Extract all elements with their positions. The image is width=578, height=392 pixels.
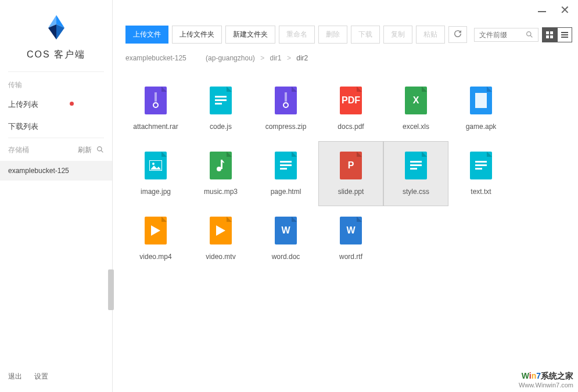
toolbar: 上传文件 上传文件夹 新建文件夹 重命名 删除 下载 复制 粘贴 — [113, 0, 578, 44]
search-input[interactable] — [479, 31, 526, 39]
file-name-label: word.doc — [272, 253, 300, 261]
file-type-icon: W — [340, 217, 362, 244]
svg-rect-29 — [280, 168, 287, 170]
storage-section-label: 存储桶 — [8, 145, 29, 155]
close-button[interactable]: ✕ — [560, 6, 570, 14]
file-name-label: word.rtf — [339, 253, 362, 261]
file-name-label: music.mp3 — [204, 188, 238, 196]
file-item[interactable]: page.html — [253, 141, 318, 206]
breadcrumb-separator: > — [287, 54, 291, 62]
file-type-icon — [210, 217, 232, 244]
refresh-link[interactable]: 刷新 — [78, 145, 92, 155]
paste-button[interactable]: 粘贴 — [416, 26, 445, 44]
exit-link[interactable]: 退出 — [8, 372, 22, 380]
svg-rect-34 — [475, 164, 487, 166]
file-type-icon — [145, 87, 167, 114]
upload-file-button[interactable]: 上传文件 — [125, 26, 168, 44]
new-folder-button[interactable]: 新建文件夹 — [225, 26, 275, 44]
file-type-icon — [210, 152, 232, 179]
breadcrumb-bucket[interactable]: examplebucket-125 (ap-guangzhou) — [125, 54, 255, 62]
sidebar-item-label: 下载列表 — [8, 122, 38, 131]
svg-rect-14 — [561, 37, 568, 38]
file-item[interactable]: image.jpg — [123, 141, 188, 206]
minimize-button[interactable] — [538, 8, 546, 12]
app-logo-icon — [42, 14, 70, 42]
refresh-button[interactable] — [448, 26, 467, 43]
file-item[interactable]: Pslide.ppt — [318, 141, 383, 206]
svg-rect-11 — [550, 35, 553, 38]
file-item[interactable]: Wword.doc — [253, 206, 318, 271]
file-item[interactable]: attachment.rar — [123, 76, 188, 141]
search-icon — [526, 31, 533, 38]
search-box[interactable] — [474, 28, 538, 42]
file-type-icon: PDF — [340, 87, 362, 114]
file-item[interactable]: PDFdocs.pdf — [318, 76, 383, 141]
file-type-icon — [405, 152, 427, 179]
file-name-label: style.css — [403, 188, 429, 196]
file-type-icon: W — [275, 217, 297, 244]
list-view-button[interactable] — [557, 27, 572, 42]
file-type-icon — [275, 152, 297, 179]
file-item[interactable]: Xexcel.xls — [383, 76, 448, 141]
bucket-item[interactable]: examplebucket-125 — [0, 161, 112, 181]
file-item[interactable]: Wword.rtf — [318, 206, 383, 271]
svg-rect-27 — [280, 161, 292, 163]
list-icon — [561, 31, 568, 38]
svg-point-21 — [283, 103, 288, 107]
delete-button[interactable]: 删除 — [318, 26, 347, 44]
copy-button[interactable]: 复制 — [383, 26, 412, 44]
breadcrumb-segment[interactable]: dir1 — [270, 54, 282, 62]
svg-rect-13 — [561, 34, 568, 35]
svg-rect-35 — [475, 168, 482, 170]
file-item[interactable]: style.css — [383, 141, 448, 206]
svg-rect-31 — [410, 164, 422, 166]
svg-rect-19 — [215, 103, 222, 105]
grid-view-button[interactable] — [542, 27, 557, 42]
file-name-label: excel.xls — [403, 123, 429, 131]
file-item[interactable]: video.mtv — [188, 206, 253, 271]
settings-link[interactable]: 设置 — [34, 372, 48, 380]
svg-point-25 — [217, 167, 221, 171]
search-icon[interactable] — [96, 146, 104, 155]
svg-line-7 — [530, 35, 532, 37]
file-name-label: docs.pdf — [338, 123, 364, 131]
file-item[interactable]: compress.zip — [253, 76, 318, 141]
svg-rect-30 — [410, 161, 422, 163]
file-name-label: video.mtv — [206, 253, 235, 261]
grid-icon — [546, 31, 553, 38]
upload-folder-button[interactable]: 上传文件夹 — [172, 26, 222, 44]
main-panel: ✕ 上传文件 上传文件夹 新建文件夹 重命名 删除 下载 复制 粘贴 examp… — [113, 0, 578, 392]
logo-area: COS 客户端 — [0, 0, 112, 71]
svg-rect-8 — [546, 31, 549, 34]
sidebar-footer: 退出 设置 — [0, 361, 112, 392]
file-item[interactable]: text.txt — [448, 141, 514, 206]
svg-point-16 — [153, 103, 158, 107]
storage-section-header: 存储桶 刷新 — [0, 138, 112, 161]
svg-point-6 — [527, 32, 531, 36]
file-item[interactable]: video.mp4 — [123, 206, 188, 271]
view-toggle — [542, 27, 572, 42]
download-button[interactable]: 下载 — [351, 26, 380, 44]
sidebar-item-upload-list[interactable]: 上传列表 — [0, 93, 112, 116]
rename-button[interactable]: 重命名 — [279, 26, 315, 44]
file-item[interactable]: code.js — [188, 76, 253, 141]
file-name-label: attachment.rar — [133, 123, 178, 131]
file-type-icon: P — [340, 152, 362, 179]
window-controls: ✕ — [538, 6, 570, 14]
file-type-icon: X — [405, 87, 427, 114]
file-type-icon — [275, 87, 297, 114]
file-item[interactable]: music.mp3 — [188, 141, 253, 206]
sidebar-item-download-list[interactable]: 下载列表 — [0, 116, 112, 138]
file-name-label: image.jpg — [141, 188, 171, 196]
file-name-label: game.apk — [466, 123, 497, 131]
sidebar-item-label: 上传列表 — [8, 100, 38, 109]
breadcrumb-separator: > — [260, 54, 264, 62]
svg-point-4 — [98, 146, 102, 150]
file-type-icon — [470, 87, 492, 114]
breadcrumb: examplebucket-125 (ap-guangzhou) > dir1 … — [113, 44, 578, 64]
file-name-label: compress.zip — [265, 123, 307, 131]
file-name-label: text.txt — [471, 188, 491, 196]
svg-rect-32 — [410, 168, 417, 170]
file-grid: attachment.rarcode.jscompress.zipPDFdocs… — [113, 64, 578, 283]
file-item[interactable]: game.apk — [448, 76, 514, 141]
